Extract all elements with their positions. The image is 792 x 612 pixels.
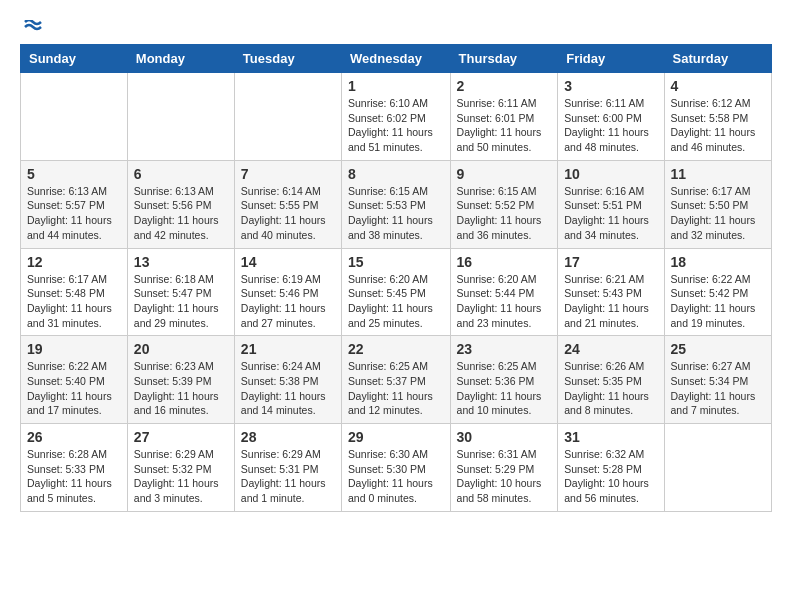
day-info: Sunrise: 6:14 AMSunset: 5:55 PMDaylight:…: [241, 184, 335, 243]
day-info: Sunrise: 6:29 AMSunset: 5:31 PMDaylight:…: [241, 447, 335, 506]
calendar-cell: 22Sunrise: 6:25 AMSunset: 5:37 PMDayligh…: [342, 336, 451, 424]
calendar-cell: 7Sunrise: 6:14 AMSunset: 5:55 PMDaylight…: [234, 160, 341, 248]
calendar-cell: 12Sunrise: 6:17 AMSunset: 5:48 PMDayligh…: [21, 248, 128, 336]
day-info: Sunrise: 6:32 AMSunset: 5:28 PMDaylight:…: [564, 447, 657, 506]
day-number: 9: [457, 166, 552, 182]
calendar-cell: 23Sunrise: 6:25 AMSunset: 5:36 PMDayligh…: [450, 336, 558, 424]
day-info: Sunrise: 6:27 AMSunset: 5:34 PMDaylight:…: [671, 359, 765, 418]
weekday-header-row: SundayMondayTuesdayWednesdayThursdayFrid…: [21, 45, 772, 73]
day-number: 28: [241, 429, 335, 445]
calendar-cell: 3Sunrise: 6:11 AMSunset: 6:00 PMDaylight…: [558, 73, 664, 161]
day-info: Sunrise: 6:24 AMSunset: 5:38 PMDaylight:…: [241, 359, 335, 418]
day-number: 23: [457, 341, 552, 357]
calendar-cell: 8Sunrise: 6:15 AMSunset: 5:53 PMDaylight…: [342, 160, 451, 248]
day-number: 4: [671, 78, 765, 94]
day-number: 10: [564, 166, 657, 182]
calendar-cell: 28Sunrise: 6:29 AMSunset: 5:31 PMDayligh…: [234, 424, 341, 512]
calendar-cell: 29Sunrise: 6:30 AMSunset: 5:30 PMDayligh…: [342, 424, 451, 512]
calendar-cell: 25Sunrise: 6:27 AMSunset: 5:34 PMDayligh…: [664, 336, 771, 424]
day-info: Sunrise: 6:17 AMSunset: 5:48 PMDaylight:…: [27, 272, 121, 331]
day-number: 2: [457, 78, 552, 94]
day-info: Sunrise: 6:23 AMSunset: 5:39 PMDaylight:…: [134, 359, 228, 418]
day-number: 16: [457, 254, 552, 270]
calendar-cell: [127, 73, 234, 161]
day-info: Sunrise: 6:11 AMSunset: 6:01 PMDaylight:…: [457, 96, 552, 155]
calendar-cell: 10Sunrise: 6:16 AMSunset: 5:51 PMDayligh…: [558, 160, 664, 248]
day-number: 22: [348, 341, 444, 357]
logo-icon: [21, 20, 43, 38]
day-info: Sunrise: 6:21 AMSunset: 5:43 PMDaylight:…: [564, 272, 657, 331]
day-info: Sunrise: 6:26 AMSunset: 5:35 PMDaylight:…: [564, 359, 657, 418]
calendar-cell: 16Sunrise: 6:20 AMSunset: 5:44 PMDayligh…: [450, 248, 558, 336]
calendar-cell: 11Sunrise: 6:17 AMSunset: 5:50 PMDayligh…: [664, 160, 771, 248]
calendar-table: SundayMondayTuesdayWednesdayThursdayFrid…: [20, 44, 772, 512]
weekday-header-wednesday: Wednesday: [342, 45, 451, 73]
day-number: 6: [134, 166, 228, 182]
calendar-cell: 27Sunrise: 6:29 AMSunset: 5:32 PMDayligh…: [127, 424, 234, 512]
calendar-cell: 9Sunrise: 6:15 AMSunset: 5:52 PMDaylight…: [450, 160, 558, 248]
calendar-cell: 20Sunrise: 6:23 AMSunset: 5:39 PMDayligh…: [127, 336, 234, 424]
day-info: Sunrise: 6:25 AMSunset: 5:37 PMDaylight:…: [348, 359, 444, 418]
calendar-week-5: 26Sunrise: 6:28 AMSunset: 5:33 PMDayligh…: [21, 424, 772, 512]
day-info: Sunrise: 6:15 AMSunset: 5:52 PMDaylight:…: [457, 184, 552, 243]
day-info: Sunrise: 6:20 AMSunset: 5:44 PMDaylight:…: [457, 272, 552, 331]
day-number: 31: [564, 429, 657, 445]
day-number: 21: [241, 341, 335, 357]
calendar-cell: 26Sunrise: 6:28 AMSunset: 5:33 PMDayligh…: [21, 424, 128, 512]
day-info: Sunrise: 6:17 AMSunset: 5:50 PMDaylight:…: [671, 184, 765, 243]
weekday-header-tuesday: Tuesday: [234, 45, 341, 73]
page-header: [20, 20, 772, 34]
calendar-week-1: 1Sunrise: 6:10 AMSunset: 6:02 PMDaylight…: [21, 73, 772, 161]
calendar-cell: 31Sunrise: 6:32 AMSunset: 5:28 PMDayligh…: [558, 424, 664, 512]
day-number: 17: [564, 254, 657, 270]
calendar-week-4: 19Sunrise: 6:22 AMSunset: 5:40 PMDayligh…: [21, 336, 772, 424]
day-number: 3: [564, 78, 657, 94]
calendar-cell: [664, 424, 771, 512]
day-info: Sunrise: 6:16 AMSunset: 5:51 PMDaylight:…: [564, 184, 657, 243]
day-number: 14: [241, 254, 335, 270]
day-info: Sunrise: 6:13 AMSunset: 5:56 PMDaylight:…: [134, 184, 228, 243]
calendar-cell: 30Sunrise: 6:31 AMSunset: 5:29 PMDayligh…: [450, 424, 558, 512]
calendar-cell: 6Sunrise: 6:13 AMSunset: 5:56 PMDaylight…: [127, 160, 234, 248]
calendar-cell: 17Sunrise: 6:21 AMSunset: 5:43 PMDayligh…: [558, 248, 664, 336]
weekday-header-friday: Friday: [558, 45, 664, 73]
day-info: Sunrise: 6:28 AMSunset: 5:33 PMDaylight:…: [27, 447, 121, 506]
day-number: 15: [348, 254, 444, 270]
day-number: 29: [348, 429, 444, 445]
day-info: Sunrise: 6:22 AMSunset: 5:40 PMDaylight:…: [27, 359, 121, 418]
day-info: Sunrise: 6:29 AMSunset: 5:32 PMDaylight:…: [134, 447, 228, 506]
day-info: Sunrise: 6:15 AMSunset: 5:53 PMDaylight:…: [348, 184, 444, 243]
calendar-cell: 5Sunrise: 6:13 AMSunset: 5:57 PMDaylight…: [21, 160, 128, 248]
weekday-header-monday: Monday: [127, 45, 234, 73]
calendar-cell: 21Sunrise: 6:24 AMSunset: 5:38 PMDayligh…: [234, 336, 341, 424]
day-number: 7: [241, 166, 335, 182]
calendar-cell: 24Sunrise: 6:26 AMSunset: 5:35 PMDayligh…: [558, 336, 664, 424]
day-info: Sunrise: 6:13 AMSunset: 5:57 PMDaylight:…: [27, 184, 121, 243]
calendar-cell: 19Sunrise: 6:22 AMSunset: 5:40 PMDayligh…: [21, 336, 128, 424]
day-number: 18: [671, 254, 765, 270]
day-info: Sunrise: 6:31 AMSunset: 5:29 PMDaylight:…: [457, 447, 552, 506]
day-number: 30: [457, 429, 552, 445]
day-number: 11: [671, 166, 765, 182]
calendar-cell: 18Sunrise: 6:22 AMSunset: 5:42 PMDayligh…: [664, 248, 771, 336]
day-number: 1: [348, 78, 444, 94]
logo: [20, 20, 44, 34]
day-info: Sunrise: 6:11 AMSunset: 6:00 PMDaylight:…: [564, 96, 657, 155]
day-info: Sunrise: 6:25 AMSunset: 5:36 PMDaylight:…: [457, 359, 552, 418]
day-number: 12: [27, 254, 121, 270]
calendar-week-3: 12Sunrise: 6:17 AMSunset: 5:48 PMDayligh…: [21, 248, 772, 336]
weekday-header-sunday: Sunday: [21, 45, 128, 73]
day-info: Sunrise: 6:22 AMSunset: 5:42 PMDaylight:…: [671, 272, 765, 331]
calendar-cell: 1Sunrise: 6:10 AMSunset: 6:02 PMDaylight…: [342, 73, 451, 161]
day-number: 27: [134, 429, 228, 445]
day-number: 26: [27, 429, 121, 445]
day-info: Sunrise: 6:30 AMSunset: 5:30 PMDaylight:…: [348, 447, 444, 506]
calendar-cell: 15Sunrise: 6:20 AMSunset: 5:45 PMDayligh…: [342, 248, 451, 336]
day-info: Sunrise: 6:10 AMSunset: 6:02 PMDaylight:…: [348, 96, 444, 155]
calendar-cell: [234, 73, 341, 161]
calendar-cell: 4Sunrise: 6:12 AMSunset: 5:58 PMDaylight…: [664, 73, 771, 161]
day-info: Sunrise: 6:19 AMSunset: 5:46 PMDaylight:…: [241, 272, 335, 331]
day-info: Sunrise: 6:18 AMSunset: 5:47 PMDaylight:…: [134, 272, 228, 331]
day-number: 19: [27, 341, 121, 357]
day-number: 8: [348, 166, 444, 182]
